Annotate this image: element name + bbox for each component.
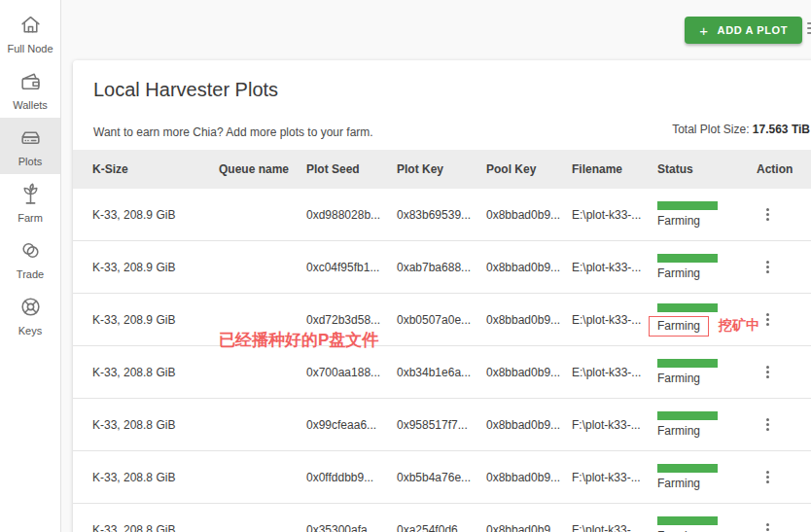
plot-key-cell: 0x958517f7... bbox=[397, 418, 486, 432]
pool-key-cell: 0x8bbad0b9... bbox=[486, 313, 572, 327]
filename-cell: E:\plot-k33-... bbox=[572, 208, 657, 222]
plot-seed-cell: 0xd988028b... bbox=[306, 208, 397, 222]
plot-seed-cell: 0x700aa188... bbox=[306, 366, 397, 379]
status-cell: Farming bbox=[657, 464, 747, 490]
sidebar-item-full-node[interactable]: Full Node bbox=[0, 5, 60, 61]
plot-key-cell: 0xab7ba688... bbox=[397, 261, 486, 274]
status-cell: Farming bbox=[657, 201, 747, 228]
table-row: K-33, 208.9 GiB 0xd72b3d58... 0xb0507a0e… bbox=[73, 294, 811, 346]
farming-progress-bar bbox=[657, 516, 718, 525]
table-row: K-33, 208.9 GiB 0xd988028b... 0x83b69539… bbox=[73, 189, 811, 241]
add-plot-button[interactable]: + ADD A PLOT bbox=[685, 17, 802, 44]
table-row: K-33, 208.8 GiB 0x35300afa... 0xa254f0d6… bbox=[73, 504, 811, 532]
sidebar-item-label: Farm bbox=[18, 213, 43, 224]
trade-icon bbox=[18, 238, 43, 266]
status-cell: Farming bbox=[657, 411, 747, 438]
pool-key-cell: 0x8bbad0b9... bbox=[486, 366, 572, 379]
table-row: K-33, 208.8 GiB 0x99cfeaa6... 0x958517f7… bbox=[73, 399, 811, 451]
drive-icon bbox=[18, 125, 43, 154]
status-label: Farming bbox=[649, 316, 709, 337]
action-cell bbox=[747, 468, 811, 486]
total-plot-size-value: 17.563 TiB bbox=[753, 123, 810, 136]
filename-cell: F:\plot-k33-... bbox=[572, 418, 657, 432]
status-label: Farming bbox=[657, 477, 700, 490]
plot-key-cell: 0xb5b4a76e... bbox=[397, 471, 486, 484]
action-cell bbox=[747, 363, 811, 381]
action-cell bbox=[747, 258, 811, 276]
status-label: Farming bbox=[657, 372, 700, 385]
keys-icon bbox=[18, 295, 43, 323]
sidebar-item-trade[interactable]: Trade bbox=[0, 231, 60, 287]
farming-progress-bar bbox=[657, 359, 718, 368]
pool-key-cell: 0x8bbad0b9... bbox=[486, 471, 572, 484]
table-row: K-33, 208.9 GiB 0xc04f95fb1... 0xab7ba68… bbox=[73, 241, 811, 294]
plot-seed-cell: 0xc04f95fb1... bbox=[306, 261, 397, 274]
table-row: K-33, 208.8 GiB 0x0ffddbb9... 0xb5b4a76e… bbox=[73, 451, 811, 504]
sidebar: Full Node Wallets Plots Farm Trade bbox=[0, 0, 61, 532]
ksize-cell: K-33, 208.8 GiB bbox=[92, 418, 219, 432]
row-actions-menu-icon[interactable] bbox=[760, 468, 774, 486]
column-header-status: Status bbox=[657, 162, 747, 176]
plus-icon: + bbox=[699, 23, 708, 38]
pool-key-cell: 0x8bbad0b9... bbox=[486, 418, 572, 432]
sidebar-item-keys[interactable]: Keys bbox=[0, 287, 60, 343]
column-header-ksize: K-Size bbox=[92, 162, 219, 176]
sidebar-item-farm[interactable]: Farm bbox=[0, 174, 60, 231]
total-plot-size: Total Plot Size: 17.563 TiB bbox=[672, 123, 810, 136]
plot-key-cell: 0xb0507a0e... bbox=[397, 313, 486, 327]
sidebar-item-wallets[interactable]: Wallets bbox=[0, 61, 60, 118]
ksize-cell: K-33, 208.8 GiB bbox=[92, 366, 219, 379]
row-actions-menu-icon[interactable] bbox=[760, 205, 774, 224]
filename-cell: E:\plot-k33-... bbox=[572, 366, 657, 379]
home-icon bbox=[18, 13, 43, 41]
row-actions-menu-icon[interactable] bbox=[760, 363, 774, 381]
plot-seed-cell: 0x0ffddbb9... bbox=[306, 471, 397, 484]
local-harvester-plots-card: Local Harvester Plots Want to earn more … bbox=[73, 60, 811, 532]
sidebar-item-plots[interactable]: Plots bbox=[0, 118, 60, 174]
plot-seed-cell: 0x99cfeaa6... bbox=[306, 418, 397, 432]
overflow-menu-icon[interactable] bbox=[807, 22, 811, 34]
farming-progress-bar bbox=[657, 201, 718, 210]
row-actions-menu-icon[interactable] bbox=[760, 415, 774, 434]
card-subtitle-row: Want to earn more Chia? Add more plots t… bbox=[93, 123, 811, 137]
status-cell: Farming bbox=[657, 254, 747, 280]
sidebar-item-label: Trade bbox=[17, 269, 44, 280]
sidebar-item-label: Keys bbox=[18, 326, 42, 337]
mining-annotation: 挖矿中 bbox=[719, 317, 759, 335]
card-subtitle: Want to earn more Chia? Add more plots t… bbox=[93, 125, 373, 139]
column-header-pool-key: Pool Key bbox=[486, 162, 572, 176]
table-row: K-33, 208.8 GiB 0x700aa188... 0xb34b1e6a… bbox=[73, 346, 811, 399]
filename-cell: F:\plot-k33-... bbox=[572, 523, 657, 532]
status-cell: Farming bbox=[657, 359, 747, 385]
add-plot-button-label: ADD A PLOT bbox=[718, 24, 788, 36]
plot-key-cell: 0xa254f0d6... bbox=[397, 523, 486, 532]
column-header-filename: Filename bbox=[572, 162, 657, 176]
plot-seed-cell: 0xd72b3d58... bbox=[306, 313, 397, 327]
sidebar-item-label: Plots bbox=[18, 157, 42, 167]
total-plot-size-label: Total Plot Size: bbox=[672, 123, 749, 136]
sidebar-item-label: Full Node bbox=[7, 44, 53, 54]
action-cell bbox=[747, 520, 811, 532]
farming-progress-bar bbox=[657, 303, 718, 312]
action-cell bbox=[747, 415, 811, 434]
wallet-icon bbox=[18, 69, 43, 97]
column-header-action: Action bbox=[747, 162, 811, 176]
status-cell: Farming bbox=[657, 516, 747, 532]
row-actions-menu-icon[interactable] bbox=[760, 258, 774, 276]
table-header: K-Size Queue name Plot Seed Plot Key Poo… bbox=[73, 150, 811, 189]
row-actions-menu-icon[interactable] bbox=[760, 310, 774, 329]
row-actions-menu-icon[interactable] bbox=[760, 520, 774, 532]
pool-key-cell: 0x8bbad0b9... bbox=[486, 261, 572, 274]
status-label: Farming bbox=[657, 266, 700, 280]
seeded-plots-annotation: 已经播种好的P盘文件 bbox=[219, 329, 378, 351]
ksize-cell: K-33, 208.9 GiB bbox=[92, 313, 219, 327]
filename-cell: F:\plot-k33-... bbox=[572, 471, 657, 484]
farming-progress-bar bbox=[657, 464, 718, 473]
pool-key-cell: 0x8bbad0b9... bbox=[486, 208, 572, 222]
page-title: Local Harvester Plots bbox=[93, 79, 811, 101]
column-header-plot-seed: Plot Seed bbox=[306, 162, 397, 176]
status-label: Farming bbox=[657, 214, 700, 228]
plot-key-cell: 0x83b69539... bbox=[397, 208, 486, 222]
ksize-cell: K-33, 208.9 GiB bbox=[92, 208, 219, 222]
ksize-cell: K-33, 208.8 GiB bbox=[92, 471, 219, 484]
